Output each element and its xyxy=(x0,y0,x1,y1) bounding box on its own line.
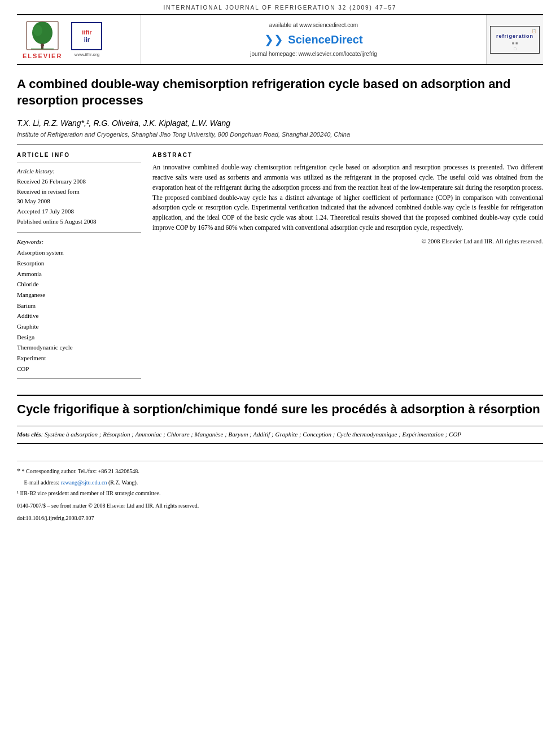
french-keywords-label: Mots clés xyxy=(17,431,41,438)
iiir-logo: iifir iir www.iifiir.org xyxy=(69,20,104,59)
keyword-graphite: Graphite xyxy=(17,321,141,332)
revised2-text: 30 May 2008 xyxy=(17,196,141,207)
keyword-resorption: Resorption xyxy=(17,258,141,269)
tel-fax: Tel./fax: +86 21 34206548. xyxy=(78,468,139,474)
keyword-thermodynamic-cycle: Thermodynamic cycle xyxy=(17,342,141,353)
authors-text: T.X. Li, R.Z. Wang*,¹, R.G. Oliveira, J.… xyxy=(17,119,230,128)
email-label: E-mail address: xyxy=(24,479,59,486)
french-keywords: Mots clés: Système à adsorption ; Résorp… xyxy=(17,426,543,444)
keyword-ammonia: Ammonia xyxy=(17,269,141,279)
banner-left: ELSEVIER iifir iir www.iifiir.org xyxy=(17,15,141,64)
authors: T.X. Li, R.Z. Wang*,¹, R.G. Oliveira, J.… xyxy=(17,119,543,128)
left-column: ARTICLE INFO Article history: Received 2… xyxy=(17,152,141,383)
sciencedirect-text: ScienceDirect xyxy=(288,33,362,46)
available-at-text: available at www.sciencedirect.com xyxy=(269,22,358,28)
keyword-adsorption-system: Adsorption system xyxy=(17,247,141,258)
elsevier-tree-icon xyxy=(25,20,59,51)
copyright-line: © 2008 Elsevier Ltd and IIR. All rights … xyxy=(152,238,543,244)
page-wrapper: INTERNATIONAL JOURNAL OF REFRIGERATION 3… xyxy=(0,0,560,747)
svg-point-3 xyxy=(33,25,42,36)
sciencedirect-logo: ❯❯ ScienceDirect xyxy=(264,33,362,46)
keyword-barium: Barium xyxy=(17,300,141,311)
keywords-section: Keywords: Adsorption system Resorption A… xyxy=(17,238,141,374)
keyword-experiment: Experiment xyxy=(17,353,141,364)
elsevier-logo: ELSEVIER xyxy=(23,20,62,59)
left-divider-1 xyxy=(17,163,141,163)
corresponding-label: * Corresponding author. xyxy=(22,468,77,474)
email-address: rzwang@sjtu.edu.cn xyxy=(60,479,107,486)
banner-row: ELSEVIER iifir iir www.iifiir.org availa… xyxy=(17,14,543,65)
footer-issn: 0140-7007/$ – see front matter © 2008 El… xyxy=(17,501,543,510)
section-divider xyxy=(17,145,543,145)
footer-footnote1: ¹ IIR-B2 vice president and member of II… xyxy=(17,489,543,498)
banner-center: available at www.sciencedirect.com ❯❯ Sc… xyxy=(141,15,487,64)
article-info-header: ARTICLE INFO xyxy=(17,152,141,158)
keyword-design: Design xyxy=(17,332,141,343)
abstract-text: An innovative combined double-way chemis… xyxy=(152,163,543,233)
svg-rect-6 xyxy=(41,45,43,49)
abstract-header: ABSTRACT xyxy=(152,152,543,158)
footer-corresponding: * * Corresponding author. Tel./fax: +86 … xyxy=(17,466,543,477)
history-title: Article history: xyxy=(17,168,141,174)
keyword-additive: Additive xyxy=(17,311,141,321)
affiliation: Institute of Refrigeration and Cryogenic… xyxy=(17,131,543,138)
two-col-section: ARTICLE INFO Article history: Received 2… xyxy=(17,152,543,383)
elsevier-text: ELSEVIER xyxy=(23,53,62,59)
footer-notes: * * Corresponding author. Tel./fax: +86 … xyxy=(17,461,543,523)
footer-doi: doi:10.1016/j.ijrefrig.2008.07.007 xyxy=(17,514,543,523)
email-name: (R.Z. Wang). xyxy=(108,479,138,486)
banner-right: 📋 refrigeration ■ ■ □ xyxy=(487,15,543,64)
right-column: ABSTRACT An innovative combined double-w… xyxy=(152,152,543,383)
accepted-text: Accepted 17 July 2008 xyxy=(17,207,141,217)
star-icon: * xyxy=(17,467,20,475)
keyword-manganese: Manganese xyxy=(17,290,141,300)
journal-header-text: INTERNATIONAL JOURNAL OF REFRIGERATION 3… xyxy=(163,5,396,11)
french-keywords-text: : Système à adsorption ; Résorption ; Am… xyxy=(41,431,461,438)
article-history-section: Article history: Received 26 February 20… xyxy=(17,168,141,226)
left-divider-3 xyxy=(17,378,141,379)
sciencedirect-arrows-icon: ❯❯ xyxy=(264,33,283,46)
refrigeration-label: refrigeration xyxy=(493,33,537,39)
french-section: Cycle frigorifique à sorption/chimique f… xyxy=(17,395,543,443)
keyword-chloride: Chloride xyxy=(17,279,141,290)
refrigeration-box: 📋 refrigeration ■ ■ □ xyxy=(490,26,540,54)
received-text: Received 26 February 2008 xyxy=(17,177,141,187)
main-content: A combined double-way chemisorption refr… xyxy=(17,65,543,523)
left-divider-2 xyxy=(17,232,141,233)
revised-text: Received in revised form xyxy=(17,187,141,197)
iiir-url: www.iifiir.org xyxy=(75,52,99,57)
journal-header: INTERNATIONAL JOURNAL OF REFRIGERATION 3… xyxy=(0,0,560,14)
keywords-title: Keywords: xyxy=(17,238,141,245)
published-text: Published online 5 August 2008 xyxy=(17,217,141,227)
journal-homepage-text: journal homepage: www.elsevier.com/locat… xyxy=(250,51,377,57)
keyword-cop: COP xyxy=(17,364,141,374)
footer-email: E-mail address: rzwang@sjtu.edu.cn (R.Z.… xyxy=(17,478,543,487)
iiir-box: iifir iir xyxy=(71,22,102,50)
article-title: A combined double-way chemisorption refr… xyxy=(17,73,543,108)
french-title: Cycle frigorifique à sorption/chimique f… xyxy=(17,401,543,418)
